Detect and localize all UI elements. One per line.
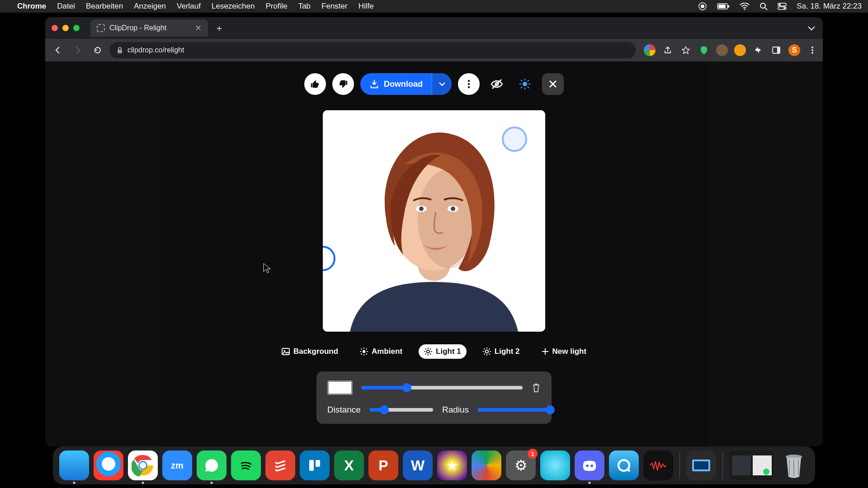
svg-point-38 <box>419 206 424 211</box>
extensions-menu-icon[interactable] <box>752 44 764 56</box>
tab-overflow-button[interactable] <box>807 25 816 31</box>
app-menu[interactable]: Chrome <box>17 2 46 11</box>
dock-gdrive-icon[interactable] <box>472 450 501 480</box>
tab-background[interactable]: Background <box>276 344 344 359</box>
bookmark-icon[interactable] <box>680 44 692 56</box>
download-button[interactable]: Download <box>360 79 432 89</box>
profile-avatar[interactable]: S <box>788 44 800 56</box>
download-split-button: Download <box>360 73 452 95</box>
dock-discord-icon[interactable] <box>575 450 604 480</box>
dock-safari-icon[interactable] <box>94 450 123 480</box>
dock-trello-icon[interactable] <box>300 450 330 480</box>
tab-newlight-label: New light <box>552 347 587 356</box>
menu-profiles[interactable]: Profile <box>265 2 287 11</box>
chrome-menu-icon[interactable] <box>807 44 818 56</box>
more-options-button[interactable] <box>458 73 480 95</box>
extension-generic2-icon[interactable] <box>734 44 746 56</box>
dock-preview-icon[interactable] <box>686 450 716 480</box>
tab-light2-label: Light 2 <box>495 347 520 356</box>
forward-button[interactable] <box>70 42 86 58</box>
menu-window[interactable]: Fenster <box>321 2 348 11</box>
tab-light1[interactable]: Light 1 <box>419 344 467 359</box>
dock-voicememos-icon[interactable] <box>643 450 673 480</box>
dock-chrome-icon[interactable] <box>128 450 158 480</box>
dock-powerpoint-icon[interactable]: P <box>368 450 398 480</box>
relight-toggle-button[interactable] <box>514 73 536 95</box>
control-center-icon[interactable] <box>778 3 787 10</box>
download-options-button[interactable] <box>432 73 452 95</box>
menu-bookmarks[interactable]: Lesezeichen <box>212 2 255 11</box>
dock-imovie-icon[interactable]: ★ <box>437 450 467 480</box>
radius-label: Radius <box>442 405 469 415</box>
svg-point-9 <box>779 4 781 5</box>
relight-app: Download <box>160 61 708 446</box>
wifi-icon[interactable] <box>740 3 750 10</box>
dock-excel-icon[interactable]: X <box>334 450 364 480</box>
svg-point-19 <box>468 83 470 85</box>
dock-todoist-icon[interactable] <box>265 450 295 480</box>
menu-edit[interactable]: Bearbeiten <box>86 2 123 11</box>
radius-slider[interactable] <box>478 408 550 412</box>
svg-line-30 <box>521 87 522 88</box>
extension-generic1-icon[interactable] <box>716 44 728 56</box>
light2-handle[interactable] <box>502 127 527 152</box>
menu-history[interactable]: Verlauf <box>177 2 201 11</box>
dock-word-icon[interactable]: W <box>403 450 433 480</box>
menu-view[interactable]: Anzeigen <box>134 2 166 11</box>
dock-spotify-icon[interactable] <box>231 450 261 480</box>
page-content: Download <box>45 61 823 446</box>
new-tab-button[interactable]: ＋ <box>212 21 226 35</box>
svg-point-17 <box>811 52 813 54</box>
tab-newlight[interactable]: New light <box>536 344 592 359</box>
menu-file[interactable]: Datei <box>57 2 75 11</box>
visibility-off-button[interactable] <box>486 73 508 95</box>
spotlight-icon[interactable] <box>760 2 768 10</box>
settings-badge: 1 <box>528 449 538 459</box>
dock-whatsapp-icon[interactable] <box>197 450 226 480</box>
dock-finder-icon[interactable] <box>59 450 89 480</box>
distance-slider[interactable] <box>370 408 433 412</box>
window-fullscreen-button[interactable] <box>73 25 80 31</box>
record-indicator-icon[interactable] <box>698 2 707 11</box>
menu-help[interactable]: Hilfe <box>359 2 374 11</box>
extension-shield-icon[interactable] <box>698 44 710 56</box>
dock-trash-icon[interactable] <box>779 450 809 480</box>
delete-light-button[interactable] <box>532 383 541 393</box>
dock-minimized-windows[interactable] <box>729 450 774 480</box>
sun-icon <box>360 347 368 356</box>
tab-light1-label: Light 1 <box>436 347 461 356</box>
back-button[interactable] <box>50 42 66 58</box>
dock-siri-icon[interactable] <box>540 450 570 480</box>
reload-button[interactable] <box>90 42 106 58</box>
window-close-button[interactable] <box>52 25 58 31</box>
tab-close-button[interactable]: ✕ <box>195 23 202 33</box>
dock-settings-icon[interactable]: ⚙1 <box>506 450 536 480</box>
svg-rect-77 <box>316 460 320 467</box>
svg-line-67 <box>489 354 490 355</box>
menubar-clock[interactable]: Sa. 18. März 22:23 <box>797 2 862 11</box>
color-swatch[interactable] <box>327 380 353 395</box>
google-account-icon[interactable] <box>644 44 656 56</box>
svg-point-23 <box>523 82 527 86</box>
svg-line-69 <box>489 349 490 350</box>
close-editor-button[interactable] <box>542 73 564 95</box>
browser-tab[interactable]: ClipDrop - Relight ✕ <box>90 19 208 37</box>
tab-light2[interactable]: Light 2 <box>477 344 525 359</box>
thumbs-up-button[interactable] <box>304 73 326 95</box>
svg-line-50 <box>361 354 362 355</box>
address-bar[interactable]: clipdrop.co/relight <box>109 42 636 58</box>
sidepanel-icon[interactable] <box>770 44 782 56</box>
dock-quicktime-icon[interactable] <box>609 450 639 480</box>
dock-zoom-icon[interactable]: zm <box>162 450 192 480</box>
tab-favicon-icon <box>97 24 105 32</box>
menu-tab[interactable]: Tab <box>298 2 311 11</box>
svg-rect-12 <box>118 50 122 53</box>
tab-ambient[interactable]: Ambient <box>354 344 408 359</box>
intensity-slider[interactable] <box>362 386 523 389</box>
window-minimize-button[interactable] <box>62 25 69 31</box>
thumbs-down-button[interactable] <box>332 73 354 95</box>
image-canvas[interactable] <box>323 110 545 332</box>
svg-line-31 <box>528 80 529 81</box>
share-icon[interactable] <box>662 44 674 56</box>
battery-icon[interactable] <box>717 3 730 9</box>
